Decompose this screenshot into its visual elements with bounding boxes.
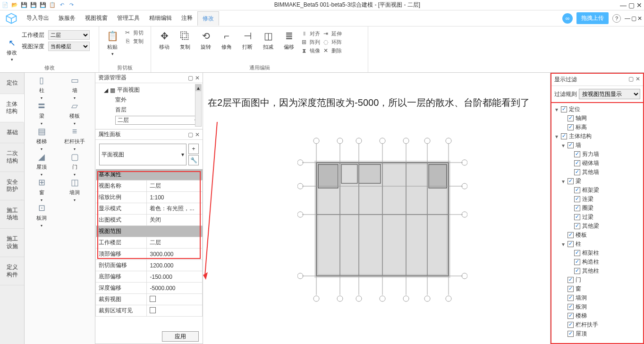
resource-tree[interactable]: ◢▦平面视图 室外 首层 二层▾ ▴: [95, 83, 203, 128]
prop-val[interactable]: 1200.000: [147, 260, 203, 271]
copy2-button[interactable]: ⿻复制: [176, 28, 195, 52]
menu-管理工具[interactable]: 管理工具: [112, 11, 144, 26]
array-button[interactable]: ⊞阵列: [300, 38, 320, 46]
tree-node[interactable]: ▾梁: [552, 177, 642, 186]
palette-栏杆扶手[interactable]: ≡栏杆扶手▾: [59, 127, 91, 151]
save-icon[interactable]: 💾: [21, 2, 27, 9]
tree-node[interactable]: 楼板: [552, 231, 642, 240]
close3-icon[interactable]: ✕: [636, 76, 640, 84]
palette-楼板[interactable]: ▱楼板▾: [59, 101, 91, 126]
tree-node[interactable]: 砌体墙: [552, 159, 642, 168]
move-button[interactable]: ✥移动: [155, 28, 174, 52]
rotate-button[interactable]: ⟲旋转: [196, 28, 215, 52]
left-tab-2[interactable]: 基础: [0, 122, 24, 144]
menu-族服务[interactable]: 族服务: [54, 11, 80, 26]
prop-type-select[interactable]: 平面视图▾: [99, 144, 186, 165]
new-icon[interactable]: 📄: [2, 2, 8, 9]
cursor-icon[interactable]: ↖: [8, 38, 16, 48]
palette-柱[interactable]: ▯柱▾: [25, 76, 58, 100]
ring-button[interactable]: ◌环阵: [322, 38, 342, 46]
help-icon[interactable]: ?: [612, 14, 621, 23]
tree-node[interactable]: 楼梯: [552, 311, 642, 320]
minimize-icon[interactable]: —: [620, 1, 627, 9]
offset-button[interactable]: ≣偏移: [280, 28, 298, 52]
maximize-icon[interactable]: ▢: [628, 1, 635, 9]
open-icon[interactable]: 📂: [11, 2, 18, 9]
filter-rule-select[interactable]: 按视图范围显示: [579, 89, 640, 99]
copy-button[interactable]: ⎘复制: [124, 37, 144, 45]
paste-icon[interactable]: 📋: [106, 29, 119, 43]
tree-node[interactable]: 其他墙: [552, 168, 642, 177]
dock3-icon[interactable]: ▢: [628, 76, 634, 84]
scrollbar[interactable]: ▴: [195, 84, 202, 127]
tree-node[interactable]: 剪力墙: [552, 150, 642, 159]
tree-node[interactable]: 栏杆扶手: [552, 320, 642, 329]
left-tab-5[interactable]: 施工场地: [0, 200, 24, 229]
tree-node[interactable]: 门: [552, 275, 642, 284]
close-panel-icon[interactable]: ✕: [195, 75, 200, 81]
tree-node[interactable]: 窗: [552, 284, 642, 293]
tree-node[interactable]: 标高: [552, 123, 642, 132]
redo-icon[interactable]: ↷: [68, 2, 75, 9]
prop-val[interactable]: 1:100: [147, 192, 203, 203]
filter-tree[interactable]: ▾定位轴网标高▾主体结构▾墙剪力墙砌体墙其他墙▾梁框架梁连梁圈梁过梁其他梁楼板▾…: [551, 103, 643, 343]
mirror-button[interactable]: ⧗镜像: [300, 46, 320, 55]
prop-val[interactable]: [147, 294, 203, 305]
align-button[interactable]: ⫴对齐: [300, 29, 320, 38]
save-nox-icon[interactable]: 💾: [40, 2, 46, 9]
canvas[interactable]: 在2层平面图中，因为深度范围改为-5000，所以一层的散水、台阶都能看到了: [203, 73, 551, 344]
prop-val[interactable]: 二层: [147, 181, 203, 192]
tree-node[interactable]: 其他柱: [552, 267, 642, 275]
prop-val[interactable]: -150.000: [147, 271, 203, 283]
palette-墙[interactable]: ▭墙▾: [59, 76, 91, 100]
palette-楼梯[interactable]: ▤楼梯▾: [25, 127, 58, 151]
menu-导入导出[interactable]: 导入导出: [22, 11, 54, 26]
palette-板洞[interactable]: ⊡板洞▾: [25, 203, 58, 228]
delete-button[interactable]: ✕删除: [322, 46, 342, 55]
tree-node[interactable]: ▾主体结构: [552, 132, 642, 141]
add-type-icon[interactable]: +: [188, 144, 199, 154]
palette-屋顶[interactable]: ◢屋顶▾: [25, 152, 58, 177]
left-tab-6[interactable]: 施工设施: [0, 229, 24, 257]
palette-墙洞[interactable]: ◫墙洞▾: [59, 178, 91, 202]
tree-node[interactable]: 墙洞: [552, 293, 642, 302]
left-tab-1[interactable]: 主体结构: [0, 94, 24, 122]
tree-node[interactable]: 屋顶: [552, 329, 642, 338]
tree-node[interactable]: 圈梁: [552, 204, 642, 213]
prop-val[interactable]: 关闭: [147, 215, 203, 226]
tree-node[interactable]: 构造柱: [552, 258, 642, 267]
palette-门[interactable]: ▢门▾: [59, 152, 91, 177]
left-tab-7[interactable]: 定义构件: [0, 257, 24, 285]
palette-梁[interactable]: 〓梁▾: [25, 101, 58, 126]
prop-val[interactable]: 二层: [147, 237, 203, 249]
close-icon[interactable]: ✕: [636, 1, 642, 9]
prop-val[interactable]: 3000.000: [147, 249, 203, 260]
close2-panel-icon[interactable]: ✕: [195, 131, 200, 138]
tree-node[interactable]: 轴网: [552, 114, 642, 123]
tree-node[interactable]: 板洞: [552, 302, 642, 311]
cut-button[interactable]: ✂剪切: [124, 28, 144, 37]
view-depth-select[interactable]: 当前楼层: [48, 42, 90, 51]
extend-button[interactable]: ⇥延伸: [322, 29, 342, 38]
copy-icon[interactable]: 📋: [49, 2, 56, 9]
max2-icon[interactable]: ▢: [631, 15, 636, 22]
tree-node[interactable]: ▾定位: [552, 105, 642, 114]
left-tab-3[interactable]: 二次结构: [0, 143, 24, 172]
corner-button[interactable]: ⌐修角: [217, 28, 236, 52]
menu-视图视窗[interactable]: 视图视窗: [80, 11, 112, 26]
break-button[interactable]: ⊣打断: [238, 28, 257, 52]
dock2-icon[interactable]: ▢: [188, 131, 193, 138]
edit-type-icon[interactable]: 🔧: [188, 155, 199, 165]
tree-node[interactable]: 连梁: [552, 195, 642, 204]
tree-node[interactable]: ▾柱: [552, 240, 642, 249]
apply-button[interactable]: 应用: [162, 331, 199, 342]
prop-val[interactable]: [147, 305, 203, 317]
prop-val[interactable]: 着色：有光照，...: [147, 203, 203, 215]
palette-窗[interactable]: ⊞窗▾: [25, 178, 58, 202]
dock-icon[interactable]: ▢: [188, 75, 193, 81]
menu-精细编辑[interactable]: 精细编辑: [144, 11, 177, 26]
upload-button[interactable]: 拖拽上传: [576, 12, 609, 24]
prop-val[interactable]: -5000.000: [147, 283, 203, 294]
left-tab-4[interactable]: 安全防护: [0, 172, 24, 200]
work-floor-select[interactable]: 二层: [48, 30, 90, 40]
